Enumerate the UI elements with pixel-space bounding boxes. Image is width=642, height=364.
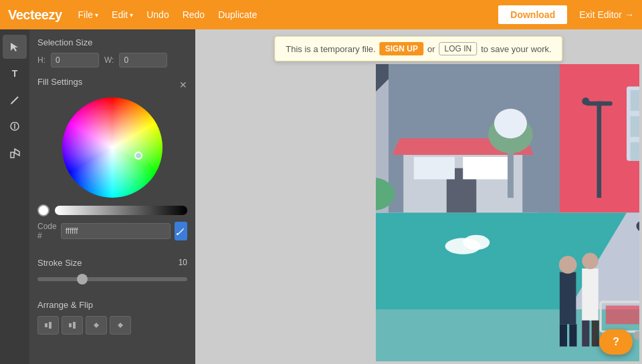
arrange-btn-1[interactable] [37, 316, 59, 335]
nav-undo-label: Undo [146, 9, 169, 20]
nav-edit[interactable]: Edit ▾ [106, 7, 138, 23]
nav-duplicate-label: Duplicate [218, 9, 257, 20]
arrange-flip-section: Arrange & Flip [37, 299, 187, 335]
download-button[interactable]: Download [497, 4, 568, 25]
svg-point-27 [582, 98, 589, 105]
help-icon: ? [613, 336, 619, 348]
svg-rect-55 [592, 321, 599, 347]
code-label: Code # [37, 222, 57, 240]
artwork-canvas[interactable] [376, 64, 639, 361]
eyedropper-button[interactable] [175, 222, 187, 240]
svg-rect-8 [69, 323, 72, 327]
tool-paint[interactable] [3, 115, 27, 139]
temp-notice-text: This is a temporary file. [286, 44, 375, 54]
nav-file[interactable]: File ▾ [73, 7, 104, 23]
nav-edit-label: Edit [112, 9, 128, 20]
stroke-slider[interactable] [37, 277, 187, 281]
selection-size-section: Selection Size H: W: [37, 37, 187, 67]
nav-duplicate[interactable]: Duplicate [213, 7, 262, 23]
canvas-area: This is a temporary file. SIGN UP or LOG… [195, 29, 642, 364]
svg-rect-57 [606, 306, 639, 325]
stroke-size-title: Stroke Size [37, 258, 82, 268]
arrange-btn-2[interactable] [62, 316, 83, 335]
svg-point-5 [177, 233, 179, 235]
arrange-btn-4[interactable] [110, 316, 131, 335]
color-code-input[interactable] [61, 223, 171, 239]
bw-row [37, 204, 187, 216]
svg-point-53 [582, 253, 598, 269]
temp-file-notice: This is a temporary file. SIGN UP or LOG… [274, 36, 562, 61]
edit-chevron-icon: ▾ [130, 11, 133, 19]
svg-rect-21 [631, 142, 639, 161]
fill-settings-section: Fill Settings ✕ Code # [37, 77, 187, 248]
svg-point-49 [559, 256, 577, 274]
top-navbar: Vecteezy File ▾ Edit ▾ Undo Redo Duplica… [0, 0, 642, 29]
file-chevron-icon: ▾ [95, 11, 98, 19]
fill-close-button[interactable]: ✕ [179, 79, 187, 90]
svg-rect-26 [586, 102, 613, 106]
exit-editor-button[interactable]: Exit Editor → [579, 9, 634, 20]
logo: Vecteezy [8, 7, 62, 23]
log-in-button[interactable]: LOG IN [439, 42, 477, 55]
svg-rect-32 [414, 157, 455, 179]
svg-point-36 [494, 109, 527, 139]
svg-point-66 [463, 235, 490, 250]
left-panel: Selection Size H: W: Fill Settings ✕ [29, 29, 195, 364]
width-input[interactable] [119, 53, 167, 67]
tool-node[interactable] [3, 142, 27, 166]
svg-rect-51 [569, 324, 576, 346]
svg-rect-6 [45, 323, 47, 327]
sign-up-button[interactable]: SIGN UP [380, 42, 423, 55]
notice-or: or [427, 44, 435, 54]
svg-rect-9 [73, 322, 76, 329]
svg-rect-50 [560, 324, 567, 346]
h-label: H: [37, 55, 45, 65]
svg-marker-4 [15, 149, 19, 156]
help-button[interactable]: ? [599, 329, 633, 355]
selection-size-title: Selection Size [37, 37, 187, 47]
main-layout: T Selection Size H: W: [0, 29, 642, 364]
svg-rect-48 [560, 272, 576, 325]
stroke-size-section: Stroke Size 10 [37, 258, 187, 281]
tool-pen[interactable] [3, 88, 27, 112]
arrange-flip-title: Arrange & Flip [37, 300, 93, 310]
svg-line-2 [11, 104, 11, 104]
color-cursor [134, 152, 142, 160]
left-toolbar: T [0, 29, 29, 364]
fill-settings-title: Fill Settings [37, 77, 82, 87]
text-icon: T [12, 68, 18, 79]
arrange-buttons [37, 316, 187, 335]
svg-rect-54 [582, 321, 589, 347]
nav-file-label: File [78, 9, 94, 20]
tool-text[interactable]: T [3, 61, 27, 85]
svg-rect-7 [49, 322, 51, 329]
nav-undo[interactable]: Undo [141, 7, 174, 23]
stroke-slider-thumb [77, 274, 88, 285]
notice-suffix: to save your work. [481, 44, 552, 54]
stroke-value: 10 [179, 258, 187, 273]
w-label: W: [104, 55, 114, 65]
nav-redo-label: Redo [183, 9, 205, 20]
svg-rect-3 [11, 152, 14, 158]
exit-editor-label: Exit Editor [579, 9, 622, 20]
bw-circle [37, 204, 49, 216]
svg-rect-25 [597, 102, 602, 198]
arrange-btn-3[interactable] [86, 316, 107, 335]
svg-rect-33 [463, 157, 508, 179]
exit-arrow-icon: → [625, 9, 634, 20]
svg-rect-15 [631, 90, 639, 111]
color-wheel[interactable] [62, 98, 163, 198]
bw-slider[interactable] [55, 206, 187, 215]
tool-select[interactable] [3, 35, 27, 59]
height-input[interactable] [51, 53, 99, 67]
code-row: Code # [37, 222, 187, 240]
svg-rect-18 [631, 116, 639, 137]
nav-menu: File ▾ Edit ▾ Undo Redo Duplicate [73, 7, 263, 23]
nav-redo[interactable]: Redo [177, 7, 210, 23]
svg-rect-52 [582, 268, 598, 321]
color-wheel-container[interactable] [37, 98, 187, 198]
